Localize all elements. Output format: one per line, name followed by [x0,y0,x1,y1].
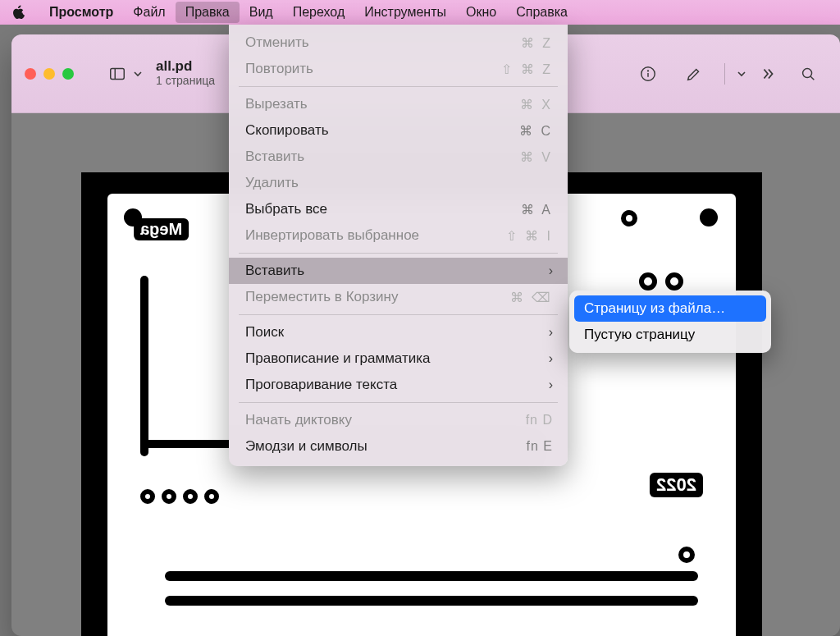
menu-item-emoji[interactable]: Эмодзи и символы fn E [229,433,568,460]
menu-separator [239,402,558,403]
menubar-item-tools[interactable]: Инструменты [354,2,456,23]
window-zoom-button[interactable] [62,68,74,80]
menubar-item-go[interactable]: Переход [283,2,355,23]
menubar-item-help[interactable]: Справка [506,2,578,23]
menu-item-shortcut: ⌘ ⌫ [487,290,553,305]
chevron-down-icon[interactable] [737,69,746,79]
pcb-pad [665,272,683,291]
menu-item-label: Отменить [245,34,487,51]
pcb-pad [162,489,176,504]
menubar-item-window[interactable]: Окно [456,2,506,23]
menu-item-delete[interactable]: Удалить [229,170,568,196]
document-subtitle: 1 страница [156,75,215,87]
pcb-pad [678,547,695,563]
menu-separator [239,86,558,87]
info-button[interactable] [629,58,667,89]
menubar-item-edit[interactable]: Правка [176,2,240,23]
apple-logo-icon[interactable] [11,5,26,20]
window-close-button[interactable] [25,68,36,80]
pcb-pad [204,489,219,504]
submenu-item-page-from-file[interactable]: Страницу из файла… [574,295,766,322]
svg-line-6 [810,76,814,80]
edit-menu-dropdown: Отменить ⌘ Z Повторить ⇧ ⌘ Z Вырезать ⌘ … [229,25,568,466]
pcb-hole [124,208,142,226]
search-button[interactable] [789,58,827,89]
menu-item-label: Скопировать [245,122,487,139]
menu-item-redo[interactable]: Повторить ⇧ ⌘ Z [229,56,568,82]
menu-item-cut[interactable]: Вырезать ⌘ X [229,91,568,117]
menu-item-shortcut: ⇧ ⌘ I [487,228,553,244]
window-traffic-lights [25,68,74,80]
menu-item-invert-selection[interactable]: Инвертировать выбранное ⇧ ⌘ I [229,222,568,249]
svg-point-4 [648,70,649,71]
chevron-right-icon: › [538,263,553,278]
pcb-pad [140,489,155,504]
menu-item-shortcut: fn E [487,439,553,454]
menu-item-select-all[interactable]: Выбрать все ⌘ A [229,196,568,222]
system-menubar: Просмотр Файл Правка Вид Переход Инструм… [0,0,840,25]
chevron-right-icon: › [538,325,553,340]
menu-item-label: Проговаривание текста [245,377,538,393]
window-minimize-button[interactable] [43,68,55,80]
menu-item-label: Выбрать все [245,201,487,217]
document-title: all.pd [156,59,215,75]
menu-item-label: Повторить [245,61,487,77]
pcb-label-year: 2022 [650,473,703,497]
pcb-pad [183,489,198,504]
menu-item-shortcut: ⌘ C [487,123,553,139]
menu-separator [239,253,558,254]
menu-item-label: Начать диктовку [245,412,487,428]
pcb-hole [700,208,718,226]
menu-separator [239,314,558,315]
pcb-label-mega: Mega [134,218,189,240]
pcb-pad [639,272,657,291]
menu-item-spelling[interactable]: Правописание и грамматика › [229,345,568,372]
toolbar-separator [724,63,725,85]
submenu-item-label: Пустую страницу [584,327,695,343]
menu-item-label: Вставить [245,149,487,165]
submenu-item-label: Страницу из файла… [584,300,725,317]
menu-item-shortcut: ⌘ V [487,149,553,165]
menu-item-label: Поиск [245,324,538,341]
menu-item-label: Удалить [245,175,487,191]
pcb-pad [621,210,637,226]
menu-item-speech[interactable]: Проговаривание текста › [229,372,568,398]
menu-item-undo[interactable]: Отменить ⌘ Z [229,30,568,56]
menu-item-start-dictation[interactable]: Начать диктовку fn D [229,407,568,433]
menu-item-label: Правописание и грамматика [245,350,538,367]
toolbar-overflow-button[interactable] [755,58,781,89]
menu-item-shortcut: fn D [487,413,553,428]
svg-point-5 [803,68,812,77]
chevron-down-icon[interactable] [133,69,143,79]
pcb-trace [165,596,698,606]
menu-item-label: Вырезать [245,96,487,112]
submenu-item-blank-page[interactable]: Пустую страницу [574,322,766,348]
chevron-right-icon: › [538,351,553,366]
menubar-item-file[interactable]: Файл [123,2,175,23]
insert-submenu: Страницу из файла… Пустую страницу [569,291,771,353]
menu-item-find[interactable]: Поиск › [229,319,568,345]
menu-item-copy[interactable]: Скопировать ⌘ C [229,117,568,144]
menu-item-shortcut: ⌘ A [487,202,553,217]
menu-item-shortcut: ⇧ ⌘ Z [487,62,553,77]
menu-item-label: Инвертировать выбранное [245,227,487,244]
menubar-app-name[interactable]: Просмотр [39,2,123,23]
svg-rect-0 [111,68,125,79]
menu-item-label: Вставить [245,263,538,279]
document-title-block: all.pd 1 страница [156,59,215,87]
menubar-item-view[interactable]: Вид [240,2,283,23]
menu-item-move-to-trash[interactable]: Переместить в Корзину ⌘ ⌫ [229,284,568,310]
menu-item-insert[interactable]: Вставить › [229,258,568,284]
menu-item-label: Эмодзи и символы [245,438,487,455]
menu-item-shortcut: ⌘ X [487,97,553,112]
toolbar-right [629,58,827,89]
menu-item-shortcut: ⌘ Z [487,35,553,51]
pcb-trace [140,276,148,456]
menu-item-paste[interactable]: Вставить ⌘ V [229,144,568,170]
markup-button[interactable] [675,58,713,89]
menu-item-label: Переместить в Корзину [245,289,487,305]
sidebar-toggle-button[interactable] [98,58,136,89]
chevron-right-icon: › [538,377,553,392]
pcb-trace [165,571,698,581]
